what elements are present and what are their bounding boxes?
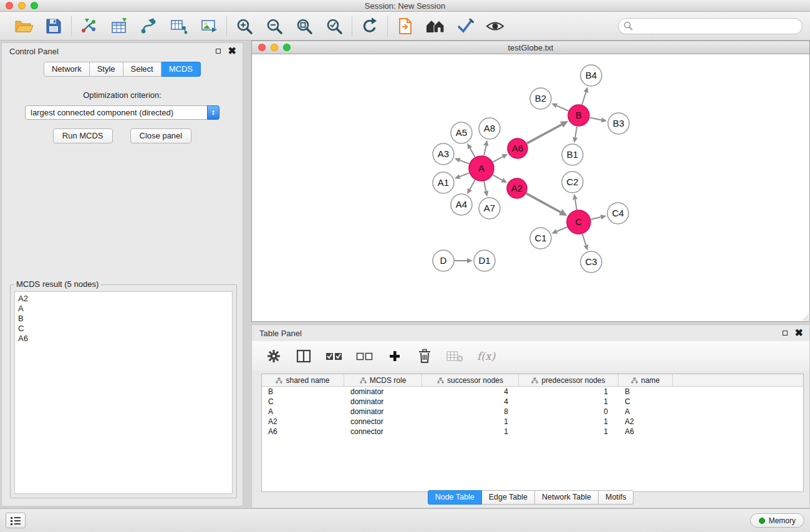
list-item[interactable]: B [18,314,229,324]
table-row[interactable]: Bdominator41B [262,387,803,397]
table-row[interactable]: Adominator80A [262,407,803,417]
graph-edge[interactable] [551,104,568,111]
zoom-selected-button[interactable] [324,16,344,36]
list-item[interactable]: A2 [18,294,229,304]
delete-table-button[interactable] [446,347,463,365]
graph-edge[interactable] [455,158,470,163]
graph-edge[interactable] [590,118,607,123]
close-table-panel-icon[interactable]: ✖ [795,328,803,338]
network-canvas[interactable]: B4B2BB3A5A8A6B1A3AC2A1A2A4A7C4CC1C3DD1 [252,54,809,321]
home-button[interactable] [425,16,445,36]
graph-node-B[interactable]: B [568,105,589,126]
select-all-button[interactable] [325,347,342,365]
list-item[interactable]: A [18,304,229,314]
graph-node-A7[interactable]: A7 [479,198,500,219]
graph-node-D[interactable]: D [433,250,454,271]
list-item[interactable]: A6 [18,334,229,344]
network-from-table-button[interactable] [169,16,189,36]
tab-node-table[interactable]: Node Table [428,490,482,505]
tab-style[interactable]: Style [90,62,123,77]
tab-mcds[interactable]: MCDS [162,62,201,77]
graph-edge[interactable] [572,127,577,143]
show-hide-button[interactable] [485,16,505,36]
add-column-button[interactable] [387,347,403,365]
column-header-MCDS-role[interactable]: MCDS role [344,374,422,386]
graph-node-B2[interactable]: B2 [530,88,551,109]
graph-node-B4[interactable]: B4 [581,65,602,86]
graph-edge[interactable] [484,140,489,156]
import-table-button[interactable] [109,16,129,36]
graph-edge[interactable] [526,193,567,216]
list-item[interactable]: C [18,324,229,334]
table-row[interactable]: Cdominator41C [262,397,803,407]
graph-edge[interactable] [572,194,577,210]
graph-edge[interactable] [455,258,473,263]
zoom-out-button[interactable] [264,16,284,36]
tab-edge-table[interactable]: Edge Table [482,490,535,505]
graph-edge[interactable] [591,215,607,220]
table-row[interactable]: A6connector11A6 [262,427,803,437]
float-panel-icon[interactable] [216,49,221,54]
memory-button[interactable]: Memory [750,513,804,528]
apply-layout-button[interactable] [360,16,380,36]
zoom-in-button[interactable] [234,16,254,36]
graph-node-D1[interactable]: D1 [474,250,495,271]
graph-edge[interactable] [484,181,489,197]
graph-node-C[interactable]: C [567,210,591,234]
graph-node-A[interactable]: A [469,156,494,181]
graphics-details-button[interactable] [455,16,475,36]
minimize-network-window-button[interactable] [271,44,278,51]
close-window-button[interactable] [6,2,13,9]
graph-node-A5[interactable]: A5 [451,122,472,143]
graph-node-B1[interactable]: B1 [562,144,583,165]
graph-edge[interactable] [582,87,588,105]
run-mcds-button[interactable]: Run MCDS [53,128,113,143]
tab-motifs[interactable]: Motifs [599,490,634,505]
graph-edge[interactable] [467,180,475,194]
minimize-window-button[interactable] [18,2,26,9]
column-header-successor-nodes[interactable]: successor nodes [422,374,519,386]
tab-network[interactable]: Network [44,62,90,77]
close-network-window-button[interactable] [258,44,266,51]
graph-node-A8[interactable]: A8 [479,118,500,139]
close-panel-button[interactable]: Close panel [130,128,192,143]
zoom-network-window-button[interactable] [283,44,291,51]
function-builder-button[interactable]: f(x) [477,347,495,365]
table-row[interactable]: A2connector11A2 [262,417,803,427]
graph-node-C2[interactable]: C2 [562,172,583,193]
table-settings-button[interactable] [266,347,282,365]
column-header-shared-name[interactable]: shared name [262,374,344,386]
close-panel-icon[interactable]: ✖ [228,46,236,56]
graph-node-A6[interactable]: A6 [508,138,528,158]
graph-node-A2[interactable]: A2 [507,178,527,198]
export-image-button[interactable] [199,16,219,36]
graph-node-C3[interactable]: C3 [581,251,602,273]
graph-node-A3[interactable]: A3 [433,143,454,165]
new-network-button[interactable] [139,16,159,36]
graph-edge[interactable] [493,154,508,162]
tab-network-table[interactable]: Network Table [535,490,599,505]
resize-grip-icon[interactable] [801,312,809,321]
tab-select[interactable]: Select [123,62,162,77]
graph-node-A4[interactable]: A4 [451,194,472,215]
deselect-all-button[interactable] [356,347,373,365]
graph-edge[interactable] [467,143,475,157]
import-network-button[interactable] [79,16,99,36]
float-table-panel-icon[interactable] [783,331,788,336]
show-columns-button[interactable] [296,347,312,365]
save-session-button[interactable] [44,16,64,36]
graph-edge[interactable] [551,227,567,234]
delete-column-button[interactable] [417,347,433,365]
graph-node-C1[interactable]: C1 [530,228,551,249]
column-header-predecessor-nodes[interactable]: predecessor nodes [519,374,619,386]
task-history-button[interactable] [6,513,26,528]
fullscreen-window-button[interactable] [31,2,38,9]
graph-edge[interactable] [582,234,589,251]
zoom-fit-button[interactable] [294,16,314,36]
graph-edge[interactable] [493,175,507,183]
graph-node-A1[interactable]: A1 [433,172,454,193]
graph-node-B3[interactable]: B3 [608,113,629,134]
column-header-name[interactable]: name [619,374,673,386]
graph-node-C4[interactable]: C4 [607,203,629,224]
criterion-dropdown[interactable]: largest connected component (directed) ▲… [25,105,219,120]
